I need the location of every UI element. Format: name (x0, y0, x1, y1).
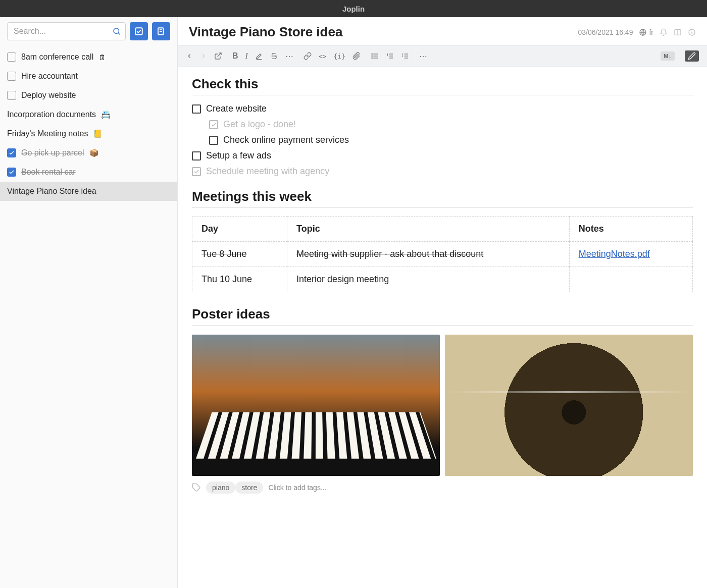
checkbox-icon[interactable] (7, 148, 16, 157)
italic-button[interactable]: I (245, 51, 248, 61)
checklist-icon[interactable] (401, 52, 409, 60)
meetings-table: DayTopicNotes Tue 8 JuneMeeting with sup… (192, 216, 693, 292)
ordered-list-icon[interactable] (386, 52, 394, 60)
new-todo-button[interactable] (130, 22, 148, 40)
attachment-link[interactable]: MeetingNotes.pdf (579, 249, 650, 259)
markdown-toggle[interactable]: M↓ (661, 51, 675, 61)
cell-notes (569, 267, 692, 292)
edit-toggle-button[interactable] (685, 50, 699, 62)
note-list-item[interactable]: Friday's Meeting notes📒 (0, 124, 177, 143)
sidebar: 8am conference call🗓Hire accountantDeplo… (0, 17, 178, 588)
divider (192, 325, 693, 326)
back-icon[interactable] (186, 52, 193, 60)
link-icon[interactable] (304, 52, 312, 60)
svg-line-1 (118, 33, 120, 34)
section-heading-meetings: Meetings this week (192, 189, 693, 204)
note-header: Vintage Piano Store idea 03/06/2021 16:4… (178, 17, 707, 45)
emoji-icon: 📦 (89, 148, 99, 157)
todo-list: Create websiteGet a logo - done!Check on… (192, 103, 693, 177)
more-text-icon[interactable]: ⋯ (285, 51, 293, 61)
search-input-wrap[interactable] (7, 22, 126, 40)
highlight-icon[interactable] (255, 52, 263, 60)
cell-day: Thu 10 June (192, 267, 287, 292)
table-header: Day (192, 217, 287, 242)
add-tags-button[interactable]: Click to add tags... (268, 484, 326, 492)
table-header: Notes (569, 217, 692, 242)
checkbox-icon[interactable] (7, 52, 16, 62)
search-icon[interactable] (112, 27, 121, 36)
poster-image-piano[interactable] (192, 335, 440, 476)
note-list-item[interactable]: Book rental car (0, 163, 177, 182)
emoji-icon: 🗓 (98, 53, 106, 62)
svg-point-20 (372, 58, 372, 58)
svg-point-18 (372, 54, 372, 54)
note-timestamp: 03/06/2021 16:49 (578, 28, 633, 36)
checkbox-icon[interactable] (209, 136, 218, 145)
bullet-list-icon[interactable] (371, 52, 379, 60)
main-panel: Vintage Piano Store idea 03/06/2021 16:4… (178, 17, 707, 588)
attachment-icon[interactable] (352, 52, 361, 60)
svg-rect-2 (135, 28, 142, 35)
svg-point-19 (372, 56, 372, 56)
todo-item[interactable]: Setup a few ads (192, 150, 693, 161)
emoji-icon: 📒 (93, 129, 103, 138)
strikethrough-icon[interactable] (270, 52, 278, 60)
section-heading-check: Check this (192, 76, 693, 92)
globe-icon (639, 28, 647, 36)
note-body[interactable]: Check this Create websiteGet a logo - do… (178, 67, 707, 588)
todo-item[interactable]: Schedule meeting with agency (192, 166, 693, 177)
note-list-item[interactable]: 8am conference call🗓 (0, 47, 177, 67)
bold-button[interactable]: B (232, 51, 238, 61)
tag-icon[interactable] (192, 483, 201, 492)
language-code: fr (649, 28, 653, 36)
note-list-item[interactable]: Deploy website (0, 86, 177, 105)
note-list-label: Friday's Meeting notes (7, 129, 88, 138)
tag-pill[interactable]: piano (206, 482, 235, 494)
checkbox-icon[interactable] (192, 167, 201, 176)
code-icon[interactable]: <> (319, 52, 327, 60)
svg-line-12 (218, 53, 221, 57)
checkbox-icon[interactable] (192, 104, 201, 114)
layout-icon[interactable] (674, 28, 682, 36)
checkbox-icon[interactable] (7, 91, 16, 100)
search-input[interactable] (8, 27, 125, 36)
divider (192, 95, 693, 95)
note-list-item[interactable]: Incorporation documents📇 (0, 105, 177, 124)
note-list-label: Go pick up parcel (21, 148, 84, 157)
poster-image-vinyl[interactable] (445, 335, 693, 476)
external-link-icon[interactable] (214, 52, 222, 60)
code-block-icon[interactable]: {i} (334, 52, 345, 60)
todo-item[interactable]: Create website (192, 103, 693, 114)
todo-text: Create website (206, 103, 267, 114)
checkbox-icon[interactable] (7, 72, 16, 81)
note-list-item[interactable]: Vintage Piano Store idea (0, 182, 177, 201)
language-toggle[interactable]: fr (639, 28, 653, 36)
checkbox-icon[interactable] (209, 120, 218, 129)
todo-text: Schedule meeting with agency (206, 166, 329, 177)
note-list-label: Deploy website (21, 91, 76, 100)
todo-item[interactable]: Check online payment services (209, 135, 693, 145)
checkbox-icon[interactable] (7, 168, 16, 177)
note-list-item[interactable]: Hire accountant (0, 67, 177, 86)
alarm-icon[interactable] (660, 28, 668, 36)
more-tools-icon[interactable]: ⋯ (419, 51, 427, 61)
info-icon[interactable] (688, 28, 696, 36)
todo-text: Check online payment services (223, 135, 349, 145)
tag-pill[interactable]: store (235, 482, 263, 494)
editor-toolbar: B I ⋯ <> {i} ⋯ M↓ (178, 45, 707, 67)
note-list-item[interactable]: Go pick up parcel📦 (0, 143, 177, 163)
window-title: Joplin (342, 5, 365, 13)
note-list-label: 8am conference call (21, 52, 93, 62)
window-titlebar: Joplin (0, 0, 707, 17)
checkbox-icon[interactable] (192, 151, 201, 161)
new-note-button[interactable] (152, 22, 170, 40)
cell-notes[interactable]: MeetingNotes.pdf (569, 242, 692, 267)
table-header: Topic (287, 217, 570, 242)
forward-icon[interactable] (200, 52, 207, 60)
note-list-label: Book rental car (21, 168, 76, 177)
note-title[interactable]: Vintage Piano Store idea (189, 24, 342, 40)
todo-item[interactable]: Get a logo - done! (209, 119, 693, 130)
note-list-label: Incorporation documents (7, 110, 96, 119)
emoji-icon: 📇 (101, 110, 111, 119)
tag-bar: pianostore Click to add tags... (192, 476, 693, 496)
